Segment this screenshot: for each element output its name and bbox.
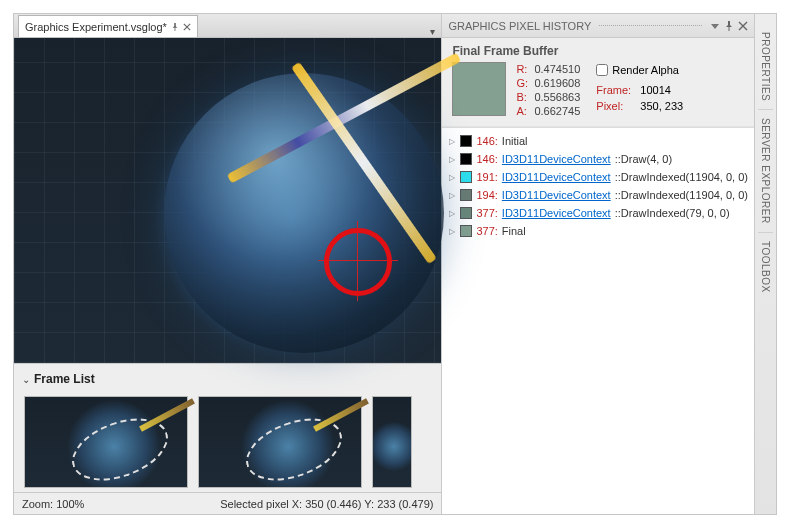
selected-pixel-label: Selected pixel X: 350 (0.446) Y: 233 (0.… <box>220 498 433 510</box>
render-alpha-checkbox[interactable]: Render Alpha <box>596 62 683 78</box>
status-bar: Zoom: 100% Selected pixel X: 350 (0.446)… <box>14 492 441 514</box>
event-method: ::Draw(4, 0) <box>615 153 672 165</box>
pixel-selection-marker <box>324 228 392 296</box>
frame-list-panel: ⌄ Frame List <box>14 363 441 492</box>
frame-id-value: 10014 <box>640 84 671 96</box>
event-id: 194: <box>476 189 497 201</box>
expand-triangle-icon[interactable]: ▷ <box>448 173 456 182</box>
pixel-event-row[interactable]: ▷191: ID3D11DeviceContext::DrawIndexed(1… <box>442 168 754 186</box>
tab-overflow-chevron[interactable]: ▾ <box>430 26 435 37</box>
rgba-readout: R:0.474510 G:0.619608 B:0.556863 A:0.662… <box>516 62 580 118</box>
pixel-history-panel: GRAPHICS PIXEL HISTORY Final Frame Buffe… <box>442 14 754 514</box>
event-link[interactable]: ID3D11DeviceContext <box>502 189 611 201</box>
event-label: Initial <box>502 135 528 147</box>
document-tab[interactable]: Graphics Experiment.vsglog* <box>18 15 198 37</box>
frame-buffer-block: Final Frame Buffer R:0.474510 G:0.619608… <box>442 38 754 127</box>
close-icon[interactable] <box>738 21 748 31</box>
event-id: 377: <box>476 225 497 237</box>
pixel-coord-value: 350, 233 <box>640 100 683 112</box>
expand-triangle-icon[interactable]: ▷ <box>448 209 456 218</box>
graphics-log-pane: Graphics Experiment.vsglog* ▾ ⌄ Frame Li… <box>14 14 441 514</box>
event-id: 146: <box>476 153 497 165</box>
render-alpha-input[interactable] <box>596 64 608 76</box>
pin-icon[interactable] <box>724 21 734 31</box>
document-tab-strip: Graphics Experiment.vsglog* ▾ <box>14 14 441 38</box>
event-link[interactable]: ID3D11DeviceContext <box>502 207 611 219</box>
frame-buffer-swatch <box>452 62 506 116</box>
pixel-event-row[interactable]: ▷146: ID3D11DeviceContext::Draw(4, 0) <box>442 150 754 168</box>
close-icon[interactable] <box>183 23 191 31</box>
frame-viewport[interactable] <box>14 38 441 363</box>
frame-thumbnail[interactable] <box>198 396 362 488</box>
pixel-coord-label: Pixel: <box>596 98 640 114</box>
event-color-swatch <box>460 189 472 201</box>
panel-title: GRAPHICS PIXEL HISTORY <box>448 20 591 32</box>
chevron-down-icon: ⌄ <box>22 374 30 385</box>
event-label: Final <box>502 225 526 237</box>
expand-triangle-icon[interactable]: ▷ <box>448 191 456 200</box>
pixel-event-row[interactable]: ▷194: ID3D11DeviceContext::DrawIndexed(1… <box>442 186 754 204</box>
event-id: 146: <box>476 135 497 147</box>
pin-icon[interactable] <box>171 23 179 31</box>
right-pane: GRAPHICS PIXEL HISTORY Final Frame Buffe… <box>441 14 776 514</box>
event-color-swatch <box>460 135 472 147</box>
event-method: ::DrawIndexed(79, 0, 0) <box>615 207 730 219</box>
event-id: 377: <box>476 207 497 219</box>
event-link[interactable]: ID3D11DeviceContext <box>502 153 611 165</box>
side-tab-strip: PROPERTIES SERVER EXPLORER TOOLBOX <box>754 14 776 514</box>
expand-triangle-icon[interactable]: ▷ <box>448 155 456 164</box>
event-id: 191: <box>476 171 497 183</box>
panel-header: GRAPHICS PIXEL HISTORY <box>442 14 754 38</box>
frame-list-header[interactable]: ⌄ Frame List <box>22 368 433 390</box>
event-color-swatch <box>460 225 472 237</box>
document-tab-title: Graphics Experiment.vsglog* <box>25 21 167 33</box>
zoom-label: Zoom: 100% <box>22 498 84 510</box>
render-alpha-label: Render Alpha <box>612 62 679 78</box>
event-method: ::DrawIndexed(11904, 0, 0) <box>615 171 748 183</box>
frame-thumbnails <box>22 390 433 490</box>
event-method: ::DrawIndexed(11904, 0, 0) <box>615 189 748 201</box>
pixel-event-row[interactable]: ▷377: ID3D11DeviceContext::DrawIndexed(7… <box>442 204 754 222</box>
expand-triangle-icon[interactable]: ▷ <box>448 137 456 146</box>
event-link[interactable]: ID3D11DeviceContext <box>502 171 611 183</box>
event-color-swatch <box>460 153 472 165</box>
side-tab-toolbox[interactable]: TOOLBOX <box>758 232 773 301</box>
frame-list-title: Frame List <box>34 372 95 386</box>
expand-triangle-icon[interactable]: ▷ <box>448 227 456 236</box>
side-tab-server-explorer[interactable]: SERVER EXPLORER <box>758 109 773 232</box>
event-color-swatch <box>460 171 472 183</box>
window-dropdown-icon[interactable] <box>710 21 720 31</box>
frame-buffer-label: Final Frame Buffer <box>452 44 744 58</box>
frame-id-label: Frame: <box>596 82 640 98</box>
frame-thumbnail[interactable] <box>24 396 188 488</box>
event-color-swatch <box>460 207 472 219</box>
pixel-event-row[interactable]: ▷377: Final <box>442 222 754 240</box>
pixel-event-list: ▷146: Initial▷146: ID3D11DeviceContext::… <box>442 127 754 514</box>
pixel-event-row[interactable]: ▷146: Initial <box>442 132 754 150</box>
side-tab-properties[interactable]: PROPERTIES <box>758 24 773 109</box>
frame-thumbnail[interactable] <box>372 396 412 488</box>
